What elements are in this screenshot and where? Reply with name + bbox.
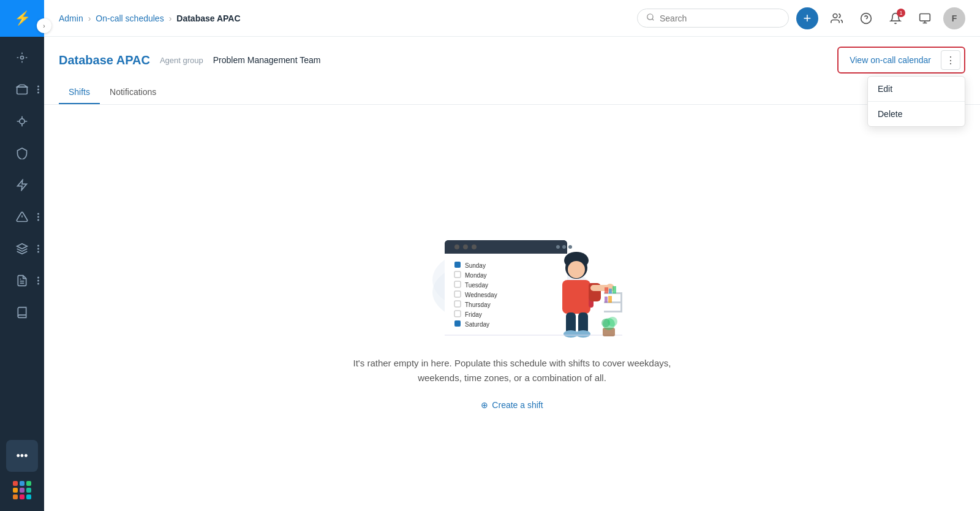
create-shift-label[interactable]: Create a shift (492, 400, 543, 410)
svg-rect-61 (612, 286, 616, 293)
create-shift-link[interactable]: ⊕ Create a shift (481, 400, 543, 410)
svg-rect-1 (17, 87, 28, 94)
svg-rect-28 (454, 262, 461, 268)
marketplace-icon-button[interactable] (914, 7, 936, 29)
top-header: Admin › On-call schedules › Database APA… (44, 0, 980, 37)
main-content: Admin › On-call schedules › Database APA… (44, 0, 980, 511)
svg-rect-62 (605, 297, 608, 303)
notification-button[interactable]: 1 (884, 7, 907, 29)
page-title: Database APAC (59, 53, 150, 67)
breadcrumb-current: Database APAC (176, 13, 240, 23)
sidebar-navigation (0, 37, 44, 440)
breadcrumb-sep-2: › (169, 13, 172, 23)
tab-notifications[interactable]: Notifications (100, 81, 166, 104)
add-icon: + (804, 10, 812, 26)
avatar[interactable]: F (943, 7, 965, 29)
svg-text:Friday: Friday (465, 311, 482, 318)
dots-indicator (37, 86, 39, 94)
sidebar: ⚡ › (0, 0, 44, 511)
tabs: Shifts Notifications (59, 81, 965, 104)
svg-rect-45 (562, 280, 590, 314)
page-title-left: Database APAC Agent group Problem Manage… (59, 53, 320, 67)
sidebar-item-bugs[interactable] (0, 105, 44, 137)
svg-text:Tuesday: Tuesday (465, 282, 488, 289)
more-options-button[interactable]: ⋮ (941, 50, 960, 70)
logo-icon: ⚡ (14, 10, 31, 26)
sidebar-item-reports[interactable] (0, 265, 44, 297)
svg-point-0 (21, 56, 24, 59)
breadcrumb-oncall[interactable]: On-call schedules (96, 13, 164, 23)
header-actions: + 1 F (637, 7, 965, 29)
more-icon: ⋮ (946, 55, 956, 66)
svg-rect-27 (445, 254, 567, 329)
sidebar-item-shield[interactable] (0, 137, 44, 169)
illustration-wrapper: Sunday Monday Tuesday Wednesday Thursday… (69, 206, 956, 341)
empty-state-text: It's rather empty in here. Populate this… (353, 356, 671, 385)
view-calendar-button[interactable]: View on-call calendar (842, 50, 938, 70)
page-header: Database APAC Agent group Problem Manage… (44, 37, 980, 105)
dots-indicator-2 (37, 213, 39, 221)
sidebar-item-book[interactable] (0, 297, 44, 328)
sidebar-more-button[interactable]: ••• (6, 440, 38, 472)
dots-indicator-4 (37, 277, 39, 285)
svg-rect-57 (604, 311, 622, 312)
svg-rect-13 (920, 13, 930, 21)
svg-point-21 (454, 244, 459, 249)
breadcrumb: Admin › On-call schedules › Database APA… (59, 13, 630, 23)
dropdown-edit[interactable]: Edit (868, 77, 965, 101)
svg-point-10 (833, 13, 837, 18)
sidebar-item-dashboard[interactable] (0, 42, 44, 74)
svg-rect-60 (609, 289, 612, 293)
top-right-action-box: View on-call calendar ⋮ (837, 47, 965, 74)
svg-text:Sunday: Sunday (465, 262, 486, 269)
svg-rect-58 (620, 292, 622, 312)
content-area: Sunday Monday Tuesday Wednesday Thursday… (44, 105, 980, 511)
svg-point-9 (647, 14, 653, 20)
sidebar-item-layers[interactable] (0, 233, 44, 265)
svg-rect-59 (605, 287, 608, 293)
sidebar-item-warning[interactable] (0, 201, 44, 233)
search-box[interactable] (637, 9, 789, 28)
sidebar-toggle[interactable]: › (37, 18, 51, 33)
svg-point-25 (562, 245, 566, 249)
svg-rect-40 (454, 320, 461, 327)
page-title-right: View on-call calendar ⋮ Edit Delete (837, 47, 965, 74)
sidebar-item-alerts[interactable] (0, 169, 44, 201)
tab-shifts[interactable]: Shifts (59, 81, 100, 104)
sidebar-bottom: ••• (6, 440, 38, 511)
breadcrumb-sep-1: › (88, 13, 91, 23)
notification-badge: 1 (897, 9, 905, 17)
more-dots-icon: ••• (17, 450, 28, 463)
agent-group-value: Problem Management Team (213, 55, 321, 65)
svg-point-51 (576, 330, 590, 338)
sidebar-item-inbox[interactable] (0, 74, 44, 105)
svg-marker-6 (17, 244, 28, 249)
svg-point-44 (568, 261, 585, 278)
svg-marker-3 (18, 180, 27, 191)
search-icon (646, 13, 655, 23)
search-input[interactable] (660, 13, 780, 23)
sidebar-logo[interactable]: ⚡ (0, 0, 44, 37)
svg-point-2 (20, 119, 24, 124)
add-button[interactable]: + (796, 7, 818, 29)
dots-indicator-3 (37, 245, 39, 253)
sidebar-apps-button[interactable] (11, 479, 33, 501)
page-title-row: Database APAC Agent group Problem Manage… (59, 47, 965, 74)
empty-state-illustration: Sunday Monday Tuesday Wednesday Thursday… (396, 206, 628, 341)
svg-text:Wednesday: Wednesday (465, 292, 497, 298)
svg-point-24 (556, 245, 560, 249)
svg-point-23 (472, 244, 477, 249)
create-shift-icon: ⊕ (481, 400, 488, 410)
svg-text:Monday: Monday (465, 272, 487, 279)
svg-point-67 (608, 317, 617, 327)
team-icon-button[interactable] (826, 7, 848, 29)
help-icon-button[interactable] (855, 7, 877, 29)
svg-text:Thursday: Thursday (465, 301, 491, 308)
dropdown-menu: Edit Delete (867, 76, 965, 127)
svg-text:Saturday: Saturday (465, 321, 489, 328)
svg-point-22 (463, 244, 468, 249)
agent-group-label: Agent group (160, 56, 203, 65)
svg-point-26 (568, 245, 572, 249)
dropdown-delete[interactable]: Delete (868, 102, 965, 126)
breadcrumb-admin[interactable]: Admin (59, 13, 83, 23)
